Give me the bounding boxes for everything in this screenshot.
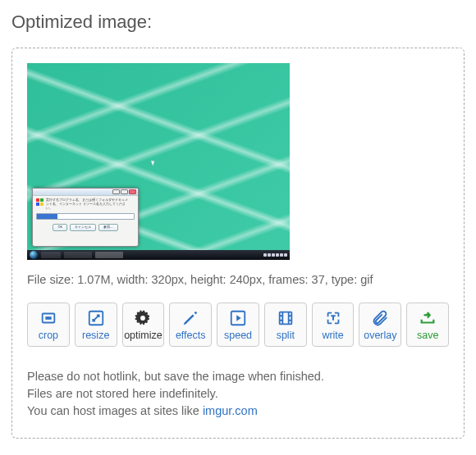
effects-button[interactable]: effects [169, 303, 212, 347]
gear-icon [134, 309, 152, 327]
speed-button[interactable]: speed [217, 303, 259, 347]
notice-text: Please do not hotlink, but save the imag… [27, 368, 449, 420]
resize-label: resize [82, 330, 109, 341]
expand-icon [87, 309, 105, 327]
depicted-dialog: 実行するプログラム名、または開くフォルダやドキュメント名、インターネット リソー… [32, 188, 139, 247]
output-image[interactable]: 実行するプログラム名、または開くフォルダやドキュメント名、インターネット リソー… [27, 63, 290, 260]
write-button[interactable]: write [312, 303, 355, 347]
export-icon [419, 309, 437, 327]
notice-line-3-prefix: You can host images at sites like [27, 404, 203, 417]
svg-rect-4 [279, 312, 291, 324]
notice-line-1: Please do not hotlink, but save the imag… [27, 368, 449, 385]
resize-button[interactable]: resize [75, 303, 117, 347]
play-icon [229, 309, 247, 327]
file-info-text: File size: 1.07M, width: 320px, height: … [27, 273, 449, 286]
cursor-icon [151, 160, 156, 166]
pencil-icon [181, 309, 199, 327]
section-heading: Optimized image: [11, 11, 465, 33]
speed-label: speed [224, 330, 252, 341]
paperclip-icon [371, 309, 389, 327]
result-panel: 実行するプログラム名、または開くフォルダやドキュメント名、インターネット リソー… [11, 48, 465, 439]
imgur-link[interactable]: imgur.com [203, 404, 258, 417]
toolbar: crop resize optimize effects speed [27, 303, 449, 347]
split-button[interactable]: split [264, 303, 307, 347]
save-label: save [417, 330, 438, 341]
text-frame-icon [324, 309, 342, 327]
depicted-taskbar [27, 250, 290, 260]
write-label: write [322, 330, 343, 341]
optimize-label: optimize [124, 330, 162, 341]
crop-button[interactable]: crop [27, 303, 70, 347]
split-label: split [277, 330, 295, 341]
save-button[interactable]: save [406, 303, 449, 347]
notice-line-3: You can host images at sites like imgur.… [27, 403, 449, 420]
effects-label: effects [176, 330, 206, 341]
optimize-button[interactable]: optimize [122, 303, 165, 347]
filmstrip-icon [277, 309, 295, 327]
svg-rect-1 [45, 316, 51, 320]
overlay-label: overlay [364, 330, 396, 341]
overlay-button[interactable]: overlay [359, 303, 401, 347]
notice-line-2: Files are not stored here indefinitely. [27, 385, 449, 403]
crop-icon [39, 309, 57, 327]
crop-label: crop [39, 330, 58, 341]
